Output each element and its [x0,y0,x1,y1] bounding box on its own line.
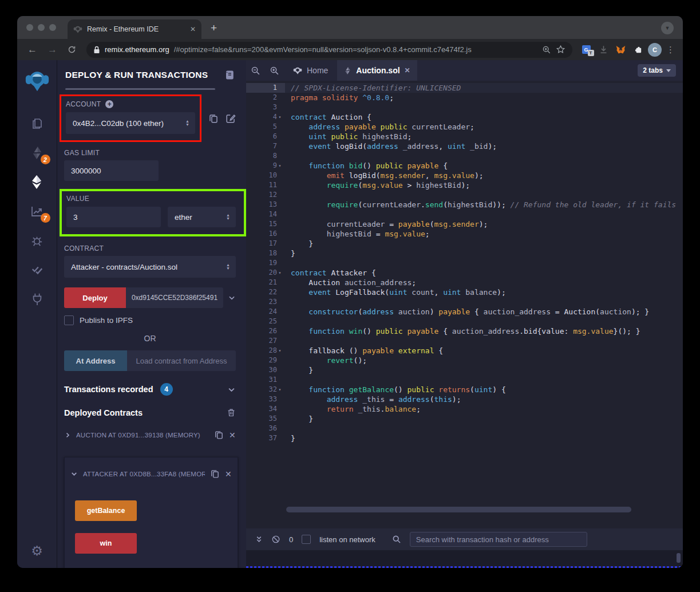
debugger-icon[interactable] [30,233,44,248]
zoom-out-icon[interactable] [246,60,265,81]
file-explorer-icon[interactable] [30,116,44,131]
sign-message-icon[interactable] [226,113,236,124]
tab-search-button[interactable]: ▼ [661,22,674,34]
chevron-down-icon[interactable] [228,294,236,302]
scrollbar-thumb[interactable] [286,507,631,512]
url-bar[interactable]: remix.ethereum.org /#optimize=false&runs… [86,42,572,58]
tab-auction-sol[interactable]: Auction.sol ✕ [337,60,417,81]
analytics-icon[interactable]: 7 [30,204,44,219]
code-line[interactable]: 6 uint public highestBid; [246,132,683,141]
code-line[interactable]: 14 [246,210,683,219]
tabs-count-button[interactable]: 2 tabs [638,64,676,77]
fold-arrow-icon[interactable]: ▾ [277,346,283,356]
listen-network-checkbox[interactable] [302,535,311,544]
code-line[interactable]: 7 event logBid(address _address, uint _b… [246,141,683,151]
browser-menu-icon[interactable]: ⋮ [664,45,677,55]
win-function-button[interactable]: win [75,533,137,554]
code-line[interactable]: 27 [246,336,683,346]
chevron-right-icon[interactable] [64,432,71,439]
tab-close-icon[interactable]: ✕ [190,26,196,33]
code-line[interactable]: 16 highestBid = msg.value; [246,229,683,239]
code-line[interactable]: 19 [246,258,683,268]
terminal-scrollbar-thumb[interactable] [677,553,681,563]
code-line[interactable]: 11 require(msg.value > highestBid); [246,180,683,190]
code-line[interactable]: 12 [246,190,683,200]
browser-tab[interactable]: Remix - Ethereum IDE ✕ [68,19,201,39]
terminal-search-input[interactable] [410,532,587,547]
code-line[interactable]: 23 [246,297,683,307]
code-line[interactable]: 15 currentLeader = payable(msg.sender); [246,219,683,229]
deploy-argument-input[interactable] [126,287,223,308]
profile-avatar[interactable]: C [647,42,663,58]
close-window-button[interactable] [26,24,33,31]
plugin-manager-icon[interactable] [30,291,44,306]
deploy-button[interactable]: Deploy [64,287,126,308]
code-line[interactable]: 10 emit logBid(msg.sender, msg.value); [246,171,683,180]
zoom-indicator-icon[interactable] [542,45,551,54]
tab-close-icon[interactable]: ✕ [405,67,410,74]
code-line[interactable]: 4▾contract Auction { [246,112,683,122]
code-line[interactable]: 28▾ fallback () payable external { [246,346,683,356]
terminal-resize-indicator[interactable] [246,566,683,568]
remove-instance-icon[interactable]: ✕ [229,431,236,439]
code-line[interactable]: 20▾contract Attacker { [246,268,683,278]
settings-gear-icon[interactable]: ⚙ [31,543,43,559]
at-address-button[interactable]: At Address [64,350,127,371]
extensions-puzzle-icon[interactable] [630,42,646,58]
maximize-window-button[interactable] [49,24,56,31]
code-line[interactable]: 13 require(currentLeader.send(highestBid… [246,200,683,210]
terminal-expand-icon[interactable] [255,535,263,543]
chevron-down-icon[interactable] [227,385,236,394]
contract-select[interactable]: Attacker - contracts/Auction.sol ▲▼ [64,256,236,278]
code-line[interactable]: 25 [246,317,683,326]
code-line[interactable]: 2 pragma solidity ^0.8.0; [246,93,683,102]
chevron-down-icon[interactable] [70,470,78,477]
publish-ipfs-checkbox[interactable] [64,315,74,325]
add-account-icon[interactable]: + [105,100,113,108]
back-button[interactable]: ← [23,45,42,54]
code-line[interactable]: 8 [246,151,683,161]
editor-horizontal-scrollbar[interactable] [246,506,683,514]
code-line[interactable]: 24 constructor(address auction) payable … [246,307,683,317]
at-address-input[interactable] [127,350,236,371]
account-select[interactable]: 0x4B2...C02db (100 ether) ▲▼ [66,112,195,134]
zoom-in-icon[interactable] [265,60,284,81]
code-line[interactable]: 30 } [246,365,683,375]
code-line[interactable]: 3 [246,102,683,112]
trash-icon[interactable] [227,408,236,417]
code-line[interactable]: 29 revert(); [246,356,683,365]
new-tab-button[interactable]: + [201,22,217,39]
reload-button[interactable] [63,45,81,54]
code-line[interactable]: 9▾ function bid() public payable { [246,161,683,171]
forward-button[interactable]: → [43,45,62,54]
documentation-icon[interactable] [224,70,235,80]
code-line[interactable]: 21 Auction auction_address; [246,278,683,287]
code-line[interactable]: 34 return _this.balance; [246,404,683,414]
fold-arrow-icon[interactable]: ▾ [277,112,283,122]
gas-limit-input[interactable] [64,160,159,181]
copy-address-icon[interactable] [210,469,220,479]
copy-account-icon[interactable] [208,113,219,124]
getbalance-function-button[interactable]: getBalance [75,500,137,521]
fold-arrow-icon[interactable]: ▾ [277,385,283,394]
translate-icon[interactable]: GT [578,42,594,58]
code-line[interactable]: 32▾ function getBalance() public returns… [246,385,683,394]
value-input[interactable] [66,207,161,227]
code-line[interactable]: 35 } [246,414,683,424]
copy-address-icon[interactable] [214,430,224,440]
minimize-window-button[interactable] [38,24,45,31]
code-line[interactable]: 17 } [246,239,683,248]
remove-instance-icon[interactable]: ✕ [225,470,232,478]
code-line[interactable]: 22 event LogFallback(uint count, uint ba… [246,287,683,297]
code-line[interactable]: 18 } [246,248,683,258]
unit-testing-icon[interactable] [30,262,44,277]
clear-console-icon[interactable] [271,535,280,544]
code-line[interactable]: 5 address payable public currentLeader; [246,122,683,132]
fold-arrow-icon[interactable]: ▾ [277,268,283,278]
attacker-instance-row[interactable]: ATTACKER AT 0XD8B...33FA8 (MEMORY) ✕ [70,469,232,479]
bookmark-star-icon[interactable] [556,45,565,54]
auction-instance-row[interactable]: AUCTION AT 0XD91...39138 (MEMORY) ✕ [64,430,236,440]
code-line[interactable]: 33 address _this = address(this); [246,394,683,404]
code-line[interactable]: 37 } [246,433,683,443]
code-line[interactable]: 31 [246,375,683,385]
